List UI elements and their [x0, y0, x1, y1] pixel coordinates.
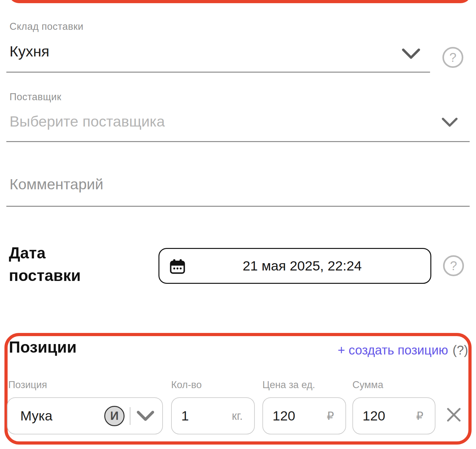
remove-row-icon[interactable] — [446, 407, 462, 423]
warehouse-select-value[interactable]: Кухня — [10, 42, 49, 60]
total-input[interactable]: 120 ₽ — [352, 397, 435, 434]
total-currency: ₽ — [416, 409, 423, 423]
create-position-link[interactable]: + создать позицию — [338, 343, 448, 357]
calendar-icon — [169, 258, 186, 276]
supplier-select-placeholder[interactable]: Выберите поставщика — [10, 113, 165, 130]
supplier-underline — [6, 141, 470, 142]
modifier-badge: И — [104, 406, 125, 426]
position-value: Мука — [20, 408, 52, 424]
top-highlight-annotation — [8, 0, 472, 3]
quantity-unit: кг. — [232, 409, 243, 423]
total-value: 120 — [363, 408, 385, 424]
positions-header-actions: + создать позицию (?) — [338, 343, 468, 357]
delivery-date-value: 21 мая 2025, 22:24 — [228, 258, 362, 274]
positions-title: Позиции — [9, 338, 77, 356]
delivery-date-help-icon[interactable]: ? — [443, 255, 464, 276]
supply-form: Склад поставки Кухня ? Поставщик Выберит… — [0, 0, 476, 449]
warehouse-help-icon[interactable]: ? — [442, 47, 463, 68]
positions-help-link[interactable]: (?) — [453, 343, 468, 357]
unit-price-input[interactable]: 120 ₽ — [262, 397, 346, 434]
unit-price-currency: ₽ — [327, 409, 334, 423]
warehouse-underline — [6, 72, 430, 73]
column-label-total: Сумма — [352, 379, 383, 391]
warehouse-label: Склад поставки — [10, 21, 83, 32]
quantity-value: 1 — [181, 408, 189, 424]
comment-underline — [6, 206, 470, 207]
column-label-quantity: Кол-во — [171, 379, 202, 391]
supplier-chevron-down-icon[interactable] — [441, 117, 458, 128]
unit-price-value: 120 — [273, 408, 295, 424]
position-chevron-down-icon[interactable] — [136, 411, 155, 421]
warehouse-chevron-down-icon[interactable] — [401, 48, 421, 60]
delivery-date-button[interactable]: 21 мая 2025, 22:24 — [158, 248, 431, 284]
column-label-position: Позиция — [8, 379, 47, 391]
quantity-input[interactable]: 1 кг. — [171, 397, 255, 434]
delivery-date-label: Дата поставки — [9, 242, 113, 287]
select-divider — [130, 407, 131, 425]
supplier-label: Поставщик — [10, 91, 61, 103]
column-label-unit-price: Цена за ед. — [262, 379, 315, 391]
position-select[interactable]: Мука И — [7, 397, 163, 434]
comment-input[interactable]: Комментарий — [10, 175, 103, 193]
